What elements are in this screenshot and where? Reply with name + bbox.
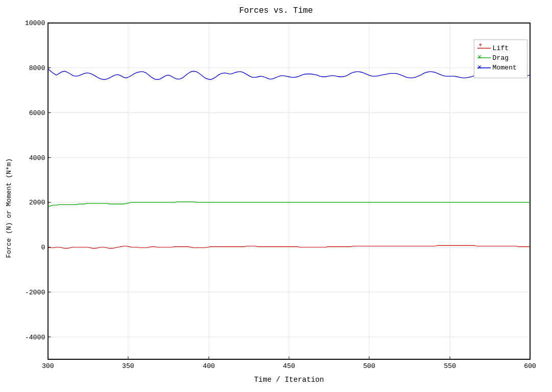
svg-text:6000: 6000 [29, 109, 45, 117]
svg-text:Time / Iteration: Time / Iteration [254, 376, 324, 384]
svg-text:400: 400 [203, 362, 215, 370]
svg-text:600: 600 [524, 362, 536, 370]
chart-container: Forces vs. Time Force (N) or Moment (N*m… [0, 0, 552, 392]
svg-text:450: 450 [283, 362, 295, 370]
svg-text:×: × [477, 53, 482, 61]
svg-text:+: + [478, 42, 482, 49]
svg-text:Drag: Drag [493, 54, 509, 62]
svg-text:2000: 2000 [29, 199, 45, 206]
chart-inner: -4000 -2000 0 2000 4000 6000 8000 10000 … [14, 17, 552, 392]
svg-text:0: 0 [41, 244, 45, 251]
y-axis-label: Force (N) or Moment (N*m) [3, 17, 14, 392]
svg-text:4000: 4000 [29, 154, 45, 162]
svg-text:-2000: -2000 [25, 289, 45, 296]
svg-text:300: 300 [42, 362, 54, 370]
chart-title: Forces vs. Time [239, 6, 313, 15]
svg-text:-4000: -4000 [25, 334, 45, 341]
svg-text:8000: 8000 [29, 64, 45, 72]
svg-text:550: 550 [444, 362, 456, 370]
svg-text:Lift: Lift [493, 44, 509, 52]
svg-text:350: 350 [122, 362, 134, 370]
chart-area: Force (N) or Moment (N*m) [0, 17, 552, 392]
svg-text:500: 500 [363, 362, 375, 370]
svg-text:×: × [477, 63, 482, 72]
svg-text:Moment: Moment [493, 64, 517, 72]
main-chart: -4000 -2000 0 2000 4000 6000 8000 10000 … [14, 17, 547, 392]
svg-text:10000: 10000 [25, 19, 45, 27]
